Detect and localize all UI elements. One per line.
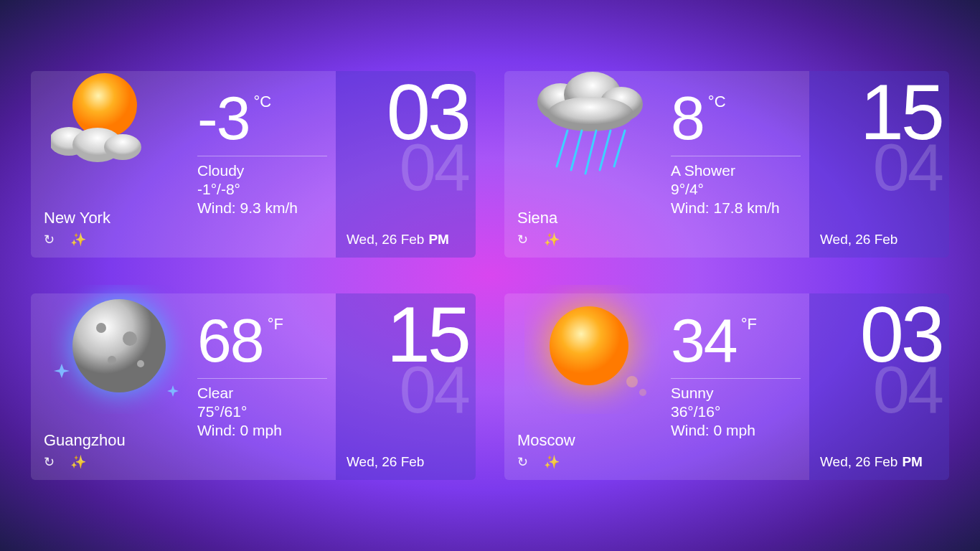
weather-widget[interactable]: Guangzhou ↻ ✨ 68 °F Clear 75°/61° Wind: …	[31, 293, 476, 480]
time-ghost: 04	[347, 141, 468, 194]
svg-line-10	[585, 131, 596, 174]
ampm-label: PM	[428, 232, 449, 247]
wand-icon[interactable]: ✨	[544, 454, 560, 470]
condition-label: A Shower	[671, 162, 801, 179]
condition-label: Cloudy	[197, 162, 327, 179]
widget-left-panel: Siena ↻ ✨	[504, 71, 662, 258]
svg-marker-18	[54, 364, 70, 378]
temperature-unit: °F	[741, 315, 757, 334]
svg-point-14	[96, 323, 106, 333]
widget-right-panel: 03 04 Wed, 26 FebPM	[809, 293, 949, 480]
city-name: New York	[44, 209, 176, 227]
wand-icon[interactable]: ✨	[544, 232, 560, 248]
svg-line-8	[557, 131, 567, 166]
svg-line-11	[600, 131, 611, 170]
widget-mid-panel: 68 °F Clear 75°/61° Wind: 0 mph	[189, 293, 336, 480]
temperature-value: 34	[671, 309, 737, 371]
svg-point-21	[626, 376, 638, 387]
wind-label: Wind: 17.8 km/h	[671, 199, 801, 217]
condition-label: Clear	[197, 385, 327, 402]
condition-label: Sunny	[671, 385, 801, 402]
date-label: Wed, 26 Feb	[820, 232, 942, 248]
temperature-unit: °C	[253, 93, 271, 111]
city-name: Guangzhou	[44, 431, 176, 450]
svg-point-7	[547, 97, 633, 131]
svg-point-15	[123, 331, 137, 346]
wand-icon[interactable]: ✨	[70, 454, 86, 470]
temperature-value: 68	[197, 309, 263, 371]
temperature-unit: °F	[268, 315, 283, 334]
divider	[197, 378, 327, 379]
svg-point-20	[550, 306, 628, 385]
svg-marker-19	[167, 385, 179, 397]
temp-range: -1°/-8°	[197, 181, 327, 198]
widget-left-panel: Guangzhou ↻ ✨	[31, 293, 189, 480]
svg-point-0	[72, 73, 137, 138]
weather-widget[interactable]: New York ↻ ✨ -3 °C Cloudy -1°/-8° Wind: …	[31, 71, 476, 258]
widget-right-panel: 03 04 Wed, 26 FebPM	[336, 71, 476, 258]
weather-icon	[44, 306, 176, 431]
time-ghost: 04	[820, 364, 942, 417]
svg-point-16	[108, 356, 116, 364]
city-name: Moscow	[517, 431, 649, 450]
weather-icon	[44, 84, 176, 209]
divider	[197, 156, 327, 156]
refresh-icon[interactable]: ↻	[517, 232, 528, 248]
city-name: Siena	[517, 209, 649, 227]
widget-mid-panel: 34 °F Sunny 36°/16° Wind: 0 mph	[662, 293, 809, 480]
weather-icon	[517, 84, 649, 209]
widget-right-panel: 15 04 Wed, 26 Feb	[809, 71, 949, 258]
wind-label: Wind: 0 mph	[197, 422, 327, 439]
temperature-value: -3	[197, 87, 249, 149]
date-label: Wed, 26 FebPM	[820, 454, 942, 470]
widget-right-panel: 15 04 Wed, 26 Feb	[336, 293, 476, 480]
date-label: Wed, 26 Feb	[347, 454, 468, 470]
wind-label: Wind: 0 mph	[671, 422, 801, 439]
weather-icon	[517, 306, 649, 431]
widget-left-panel: New York ↻ ✨	[31, 71, 189, 258]
svg-line-9	[571, 131, 582, 170]
svg-point-13	[72, 299, 166, 392]
time-ghost: 04	[347, 364, 468, 417]
weather-widget[interactable]: Moscow ↻ ✨ 34 °F Sunny 36°/16° Wind: 0 m…	[504, 293, 949, 480]
refresh-icon[interactable]: ↻	[517, 454, 528, 470]
temperature-unit: °C	[708, 93, 726, 111]
widget-mid-panel: 8 °C A Shower 9°/4° Wind: 17.8 km/h	[662, 71, 809, 258]
divider	[671, 156, 801, 156]
ampm-label: PM	[902, 454, 923, 469]
widget-mid-panel: -3 °C Cloudy -1°/-8° Wind: 9.3 km/h	[189, 71, 336, 258]
svg-line-12	[614, 131, 625, 166]
svg-point-17	[137, 360, 144, 367]
svg-point-3	[104, 134, 141, 160]
time-ghost: 04	[820, 141, 942, 194]
wand-icon[interactable]: ✨	[70, 232, 86, 248]
weather-widget[interactable]: Siena ↻ ✨ 8 °C A Shower 9°/4° Wind: 17.8…	[504, 71, 949, 258]
wind-label: Wind: 9.3 km/h	[197, 199, 327, 217]
svg-point-22	[639, 389, 646, 396]
temp-range: 36°/16°	[671, 403, 801, 420]
temp-range: 75°/61°	[197, 403, 327, 420]
temp-range: 9°/4°	[671, 181, 801, 198]
widget-left-panel: Moscow ↻ ✨	[504, 293, 662, 480]
temperature-value: 8	[671, 87, 704, 149]
date-label: Wed, 26 FebPM	[347, 232, 468, 248]
refresh-icon[interactable]: ↻	[44, 454, 55, 470]
refresh-icon[interactable]: ↻	[44, 232, 55, 248]
divider	[671, 378, 801, 379]
